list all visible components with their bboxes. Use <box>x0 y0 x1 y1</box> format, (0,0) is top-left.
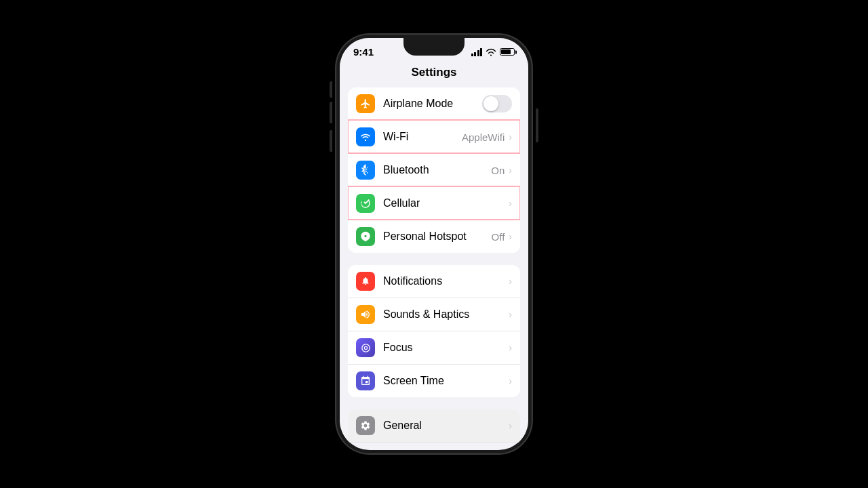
battery-icon <box>500 48 515 56</box>
wifi-chevron: › <box>509 131 512 142</box>
bluetooth-icon <box>356 161 375 180</box>
bluetooth-label: Bluetooth <box>383 164 491 176</box>
wifi-row-icon <box>360 133 371 142</box>
signal-bars-icon <box>471 48 483 56</box>
general-chevron: › <box>509 420 512 431</box>
status-icons <box>471 48 515 56</box>
bluetooth-value: On <box>491 165 505 176</box>
personal-hotspot-value: Off <box>492 231 505 243</box>
focus-label: Focus <box>383 342 507 354</box>
bluetooth-row-icon <box>361 164 370 176</box>
wifi-value: AppleWifi <box>462 131 505 143</box>
screen-time-label: Screen Time <box>383 375 507 387</box>
screen-time-chevron: › <box>509 375 512 386</box>
wifi-row[interactable]: Wi-Fi AppleWifi › <box>348 120 520 153</box>
page-title: Settings <box>340 60 528 87</box>
phone-device: 9:41 <box>336 34 532 454</box>
general-group: General › Control Center › <box>348 409 520 443</box>
status-time: 9:41 <box>353 46 374 58</box>
personal-hotspot-label: Personal Hotspot <box>383 230 492 243</box>
screen-time-row[interactable]: Screen Time › <box>348 364 520 397</box>
connectivity-section: Airplane Mode Wi-Fi AppleWifi › <box>348 87 520 253</box>
sounds-row-icon <box>360 309 371 320</box>
signal-bar-4 <box>480 48 482 56</box>
wifi-icon <box>356 127 375 146</box>
gear-row-icon <box>360 420 371 431</box>
general-icon <box>356 416 375 435</box>
signal-bar-2 <box>474 52 476 56</box>
sounds-haptics-chevron: › <box>509 309 512 320</box>
notch <box>403 38 465 56</box>
power-button[interactable] <box>536 108 538 142</box>
wifi-status-icon <box>486 48 496 56</box>
screen-time-icon <box>356 371 375 390</box>
signal-bar-3 <box>477 50 479 56</box>
phone-screen: 9:41 <box>340 38 528 450</box>
system-group: Notifications › Sounds & Haptics › <box>348 265 520 397</box>
general-row[interactable]: General › <box>348 409 520 442</box>
airplane-mode-row[interactable]: Airplane Mode <box>348 87 520 120</box>
cellular-icon <box>356 194 375 213</box>
personal-hotspot-icon <box>356 227 375 246</box>
battery-fill <box>501 49 511 54</box>
cellular-row[interactable]: Cellular › <box>348 186 520 220</box>
cellular-chevron: › <box>509 198 512 209</box>
connectivity-group: Airplane Mode Wi-Fi AppleWifi › <box>348 87 520 253</box>
sounds-haptics-row[interactable]: Sounds & Haptics › <box>348 298 520 331</box>
personal-hotspot-row[interactable]: Personal Hotspot Off › <box>348 220 520 253</box>
silent-switch[interactable] <box>330 81 332 98</box>
settings-screen[interactable]: Settings Airplane Mode <box>340 60 528 443</box>
focus-row-icon <box>361 343 371 353</box>
control-center-row[interactable]: Control Center › <box>348 442 520 443</box>
personal-hotspot-chevron: › <box>509 231 512 242</box>
bluetooth-row[interactable]: Bluetooth On › <box>348 153 520 186</box>
hotspot-row-icon <box>360 231 371 242</box>
airplane-mode-label: Airplane Mode <box>383 98 479 110</box>
general-label: General <box>383 420 507 432</box>
system-section: Notifications › Sounds & Haptics › <box>348 265 520 397</box>
focus-icon <box>356 338 375 357</box>
notifications-row-icon <box>361 276 370 287</box>
sounds-haptics-label: Sounds & Haptics <box>383 308 507 321</box>
cellular-label: Cellular <box>383 197 507 209</box>
volume-up-button[interactable] <box>330 102 332 123</box>
cellular-row-icon <box>360 198 371 209</box>
volume-down-button[interactable] <box>330 130 332 152</box>
signal-bar-1 <box>471 54 473 56</box>
general-section: General › Control Center › <box>348 409 520 443</box>
wifi-label: Wi-Fi <box>383 131 462 143</box>
screen-time-row-icon <box>360 375 371 386</box>
notifications-chevron: › <box>509 276 512 287</box>
airplane-mode-icon <box>356 94 375 113</box>
airplane-mode-toggle[interactable] <box>482 95 512 113</box>
notifications-row[interactable]: Notifications › <box>348 265 520 298</box>
notifications-label: Notifications <box>383 275 507 287</box>
focus-chevron: › <box>509 342 512 353</box>
focus-row[interactable]: Focus › <box>348 331 520 364</box>
notifications-icon <box>356 272 375 291</box>
airplane-icon <box>360 98 371 109</box>
bluetooth-chevron: › <box>509 165 512 176</box>
sounds-haptics-icon <box>356 305 375 324</box>
